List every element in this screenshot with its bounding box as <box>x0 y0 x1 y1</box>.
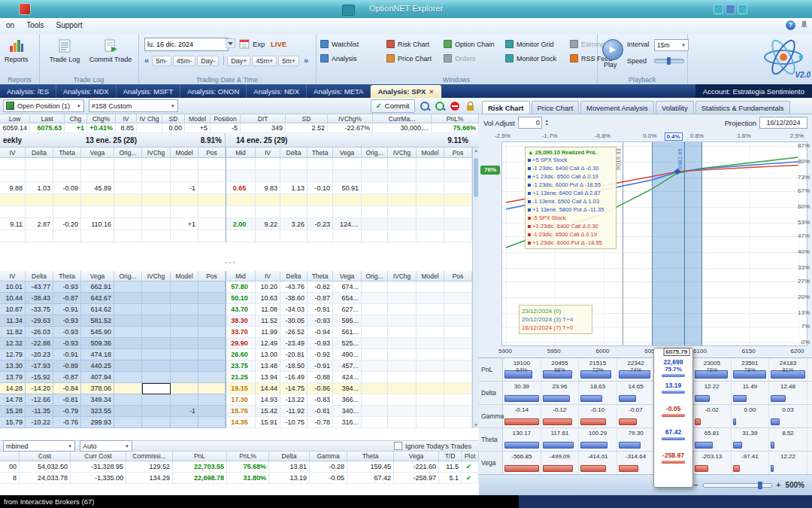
nav-back-icon[interactable]: « <box>143 56 150 65</box>
vol-adjust-stepper[interactable]: ▲▼ <box>545 119 549 126</box>
help-icon[interactable]: ? <box>786 20 795 30</box>
titlebar-icon-3[interactable] <box>738 5 747 14</box>
speed-slider-thumb[interactable] <box>667 57 671 65</box>
chain-row[interactable]: 15.79-10.22-0.76299.9314.3515.91-10.75-0… <box>0 417 479 428</box>
tab-analysis-onon[interactable]: Analysis: ONON <box>180 84 247 98</box>
chain-row[interactable] <box>0 194 479 206</box>
chain-row[interactable]: 14.28-14.20-0.84378.0619.1514.44-14.75-0… <box>0 383 479 394</box>
legend-item[interactable]: +1 23dic. 6500 Call Δ 0.19 <box>528 172 614 181</box>
legend-item[interactable]: -1 23dic. 6000 Put Δ -18.55 <box>528 181 614 189</box>
risk-tab-movement-analysis[interactable]: Movement Analysis <box>580 101 654 114</box>
chain-row[interactable] <box>0 170 479 182</box>
pin-icon[interactable] <box>801 21 807 29</box>
chain-row[interactable]: 11.34-29.63-0.93581.5238.3011.52-30.05-0… <box>0 315 479 327</box>
menu-item-on[interactable]: on <box>0 18 20 32</box>
totals-row[interactable]: 824,033.78-1,335.00134.2922,698.7831.80%… <box>0 473 479 484</box>
legend-item[interactable]: -1 13ene. 6500 Call Δ 1.03 <box>528 197 614 205</box>
account-label[interactable]: Account: Estrategia Sentimiento <box>695 84 812 98</box>
titlebar-icon-1[interactable] <box>714 5 723 14</box>
legend-item[interactable]: -1 23dic. 6400 Call Δ -0.30 <box>528 164 614 172</box>
nav-button-45m+[interactable]: 45m+ <box>252 56 277 66</box>
chart-plot-area[interactable]: 6019.336082.65▲ 29,090.10 Realized PnL+5… <box>501 141 807 346</box>
nav-button-45m-[interactable]: 45m- <box>173 56 196 66</box>
chain-row[interactable]: 13.79-15.92-0.87407.9421.2513.94-16.49-0… <box>0 372 479 383</box>
date-legend-item[interactable]: 20/12/2024 (3) T+4 <box>522 315 589 324</box>
legend-item[interactable]: +1 13ene. 5800 Put Δ -11.35 <box>528 205 614 214</box>
chain-row[interactable]: 13.30-17.93-0.89440.2523.7513.48-18.50-0… <box>0 360 479 372</box>
chain-row[interactable]: 11.82-26.03-0.93545.9033.7011.99-26.52-0… <box>0 327 479 338</box>
interval-select[interactable]: 15m▼ <box>654 39 689 51</box>
search-icon[interactable] <box>420 100 430 111</box>
splitter-handle[interactable] <box>226 262 235 263</box>
reports-button[interactable]: Reports <box>5 38 29 63</box>
tab-analysis-ndx[interactable]: Analysis: NDX <box>56 84 117 98</box>
commit-trade-button[interactable]: Commit Trade <box>87 38 134 63</box>
risk-chart[interactable]: 6019.336082.65▲ 29,090.10 Realized PnL+5… <box>479 141 812 346</box>
tab-analysis-spx-active[interactable]: Analysis: SPX× <box>371 85 441 98</box>
risk-tab-risk-chart[interactable]: Risk Chart <box>482 101 530 114</box>
nav-forward-icon[interactable]: » <box>302 56 310 65</box>
nav-button-day-[interactable]: Day- <box>197 56 219 66</box>
tab-analysis-msft[interactable]: Analysis: MSFT <box>117 84 181 98</box>
projection-date-input[interactable]: 16/12/2024 <box>759 117 807 129</box>
chain-row[interactable]: 9.881.03-0.0945.89-10.659.831.13-0.1050.… <box>0 182 479 194</box>
legend-item[interactable]: +1 23dic. 6400 Call Δ 0.30 <box>528 222 614 230</box>
window-button-monitor-grid[interactable]: Monitor Grid <box>504 38 570 50</box>
auto-dropdown[interactable]: Auto▼ <box>80 440 132 452</box>
totals-row[interactable]: 0054,032.50-31,328.95129.5222,703.5575.6… <box>0 461 479 473</box>
legend-item[interactable]: -5 SPX Stock <box>528 214 614 222</box>
chain-row[interactable]: 9.112.87-0.20110.16+12.009.223.26-0.2312… <box>0 218 479 230</box>
chain-row[interactable]: 12.32-22.88-0.93509.3629.9012.49-23.49-0… <box>0 338 479 349</box>
expiry-date-left[interactable]: 13 ene. 25 (28) <box>86 136 137 144</box>
date-legend-item[interactable]: 16/12/2024 (7) T+0 <box>522 324 589 332</box>
tab-analysis-es[interactable]: Analysis: /ES <box>0 84 56 98</box>
window-button-price-chart[interactable]: Price Chart <box>385 53 444 64</box>
zoom-slider[interactable] <box>703 483 772 488</box>
menu-item-tools[interactable]: Tools <box>20 18 50 32</box>
chain-row[interactable]: 15.28-11.35-0.79323.55-115.7515.42-11.92… <box>0 406 479 417</box>
strategy-dropdown[interactable]: #158 Custom ▼ <box>89 99 178 112</box>
chain-scrollbar[interactable]: ▲ ▼ <box>472 148 479 428</box>
date-dropdown-icon[interactable] <box>226 38 236 49</box>
scrollbar-thumb[interactable] <box>474 158 478 197</box>
zoom-slider-thumb[interactable] <box>758 482 762 489</box>
tab-close-icon[interactable]: × <box>429 88 433 96</box>
chain-row[interactable]: 10.44-38.43-0.87642.6750.1010.63-38.60-0… <box>0 293 479 304</box>
window-button-option-chain[interactable]: Option Chain <box>442 38 505 50</box>
risk-tab-statistics-fundamentals[interactable]: Statistics & Fundamentals <box>695 101 790 114</box>
window-button-analysis[interactable]: Analysis <box>319 53 386 64</box>
legend-item[interactable]: +5 SPX Stock <box>528 156 614 164</box>
chain-row[interactable] <box>0 230 479 242</box>
titlebar-icon-2[interactable] <box>726 5 735 14</box>
calendar-icon[interactable] <box>239 38 250 49</box>
menu-item-support[interactable]: Support <box>50 18 88 32</box>
legend-item[interactable]: +1 23dic. 6000 Put Δ -18.55 <box>528 239 614 247</box>
window-button-monitor-dock[interactable]: Monitor Dock <box>504 53 570 64</box>
legend-item[interactable]: -1 23dic. 6500 Call Δ 0.19 <box>528 230 614 239</box>
speed-slider[interactable] <box>654 59 684 63</box>
nav-button-day+[interactable]: Day+ <box>227 56 250 66</box>
play-button[interactable]: ▶ <box>602 39 623 60</box>
chain-row[interactable] <box>0 158 479 170</box>
expiry-date-right[interactable]: 14 ene. 25 (29) <box>236 136 287 144</box>
window-button-watchlist[interactable]: Watchlist <box>319 38 386 50</box>
zoom-in-button[interactable]: + <box>777 481 781 489</box>
open-position-dropdown[interactable]: Open Position (1) ▼ <box>3 99 84 112</box>
commit-button[interactable]: ✓ Commit <box>371 99 415 113</box>
zoom-out-button[interactable]: − <box>694 481 698 489</box>
trading-date-input[interactable] <box>144 38 229 51</box>
nav-button-5m+[interactable]: 5m+ <box>278 56 299 66</box>
ignore-trades-checkbox[interactable] <box>394 442 402 450</box>
chain-row[interactable] <box>0 206 479 218</box>
nav-button-5m-[interactable]: 5m- <box>152 56 171 66</box>
stop-icon[interactable] <box>450 100 460 111</box>
lock-icon[interactable] <box>465 100 476 111</box>
tab-analysis-meta[interactable]: Analysis: META <box>307 84 371 98</box>
chain-row[interactable]: 12.79-20.23-0.91474.1826.6013.00-20.81-0… <box>0 349 479 360</box>
chain-row[interactable]: 10.01-43.77-0.93662.9157.8010.20-43.76-0… <box>0 281 479 293</box>
trade-log-button[interactable]: Trade Log <box>44 38 86 63</box>
legend-item[interactable]: +1 13ene. 6400 Call Δ 2.87 <box>528 189 614 197</box>
date-legend-item[interactable]: 23/12/2024 (0) <box>522 307 589 315</box>
risk-tab-price-chart[interactable]: Price Chart <box>532 101 580 114</box>
chain-row[interactable]: 14.78-12.66-0.81349.3417.3014.93-13.22-0… <box>0 394 479 406</box>
